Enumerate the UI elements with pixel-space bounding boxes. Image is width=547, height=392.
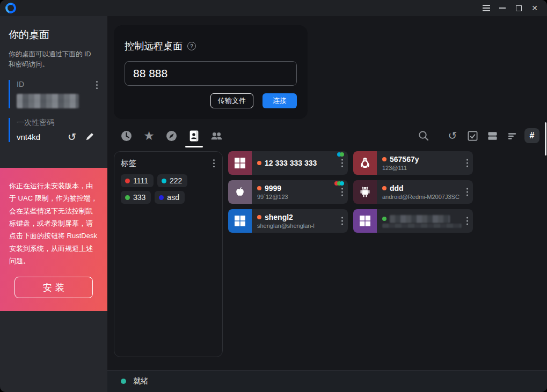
refresh-password-icon[interactable]: ↺ — [68, 132, 76, 142]
scrollbar-thumb[interactable] — [545, 122, 546, 156]
id-menu-button[interactable] — [95, 80, 99, 90]
peer-card[interactable]: ddd android@Redmi-M2007J3SC — [353, 180, 473, 204]
search-icon — [418, 130, 429, 142]
id-section: ID — [9, 80, 99, 108]
windows-icon — [234, 215, 246, 227]
os-tile — [228, 180, 252, 204]
apple-icon — [233, 185, 247, 199]
tag-label: 1111 — [133, 176, 148, 185]
card-view-button[interactable] — [485, 128, 500, 143]
install-warning-text: 你正在运行未安装版本，由于 UAC 限制，作为被控端，会在某些情况下无法控制鼠标… — [9, 180, 98, 268]
peer-tag-dots — [336, 181, 344, 186]
minimize-button[interactable] — [494, 0, 510, 16]
online-status-dot — [382, 217, 386, 221]
tag-color-dot — [125, 195, 130, 200]
tags-panel: 标签 1111 222 3 — [114, 151, 223, 357]
tab-address-book[interactable] — [186, 127, 202, 144]
grid-view-icon: # — [530, 131, 535, 140]
os-tile — [353, 151, 377, 175]
peer-card[interactable]: 567567y 123@111 — [353, 151, 473, 175]
windows-icon — [359, 215, 371, 227]
tag-222[interactable]: 222 — [157, 174, 187, 187]
connect-button[interactable]: 连接 — [262, 93, 297, 108]
refresh-button[interactable]: ↺ — [445, 128, 460, 143]
status-bar: 就绪 — [107, 370, 547, 392]
tag-1111[interactable]: 1111 — [121, 174, 154, 187]
install-button[interactable]: 安装 — [14, 277, 93, 298]
peer-card[interactable]: shengl2 shenglan@shenglan-l — [228, 209, 348, 233]
peer-menu-button[interactable] — [340, 158, 344, 168]
tag-color-dot — [159, 195, 164, 200]
maximize-icon — [516, 5, 522, 11]
toolbar-actions: ↺ — [416, 128, 539, 143]
id-value-redacted — [17, 94, 79, 108]
titlebar: ✕ — [0, 0, 547, 16]
peer-grid: 12 333 333 333 — [228, 151, 473, 370]
os-tile — [353, 209, 377, 233]
remote-id-input[interactable] — [125, 61, 297, 86]
grid-view-button[interactable]: # — [524, 128, 539, 143]
peer-card[interactable] — [353, 209, 473, 233]
tags-menu-button[interactable] — [212, 158, 216, 168]
refresh-icon: ↺ — [448, 130, 457, 141]
checkbox-icon — [467, 130, 478, 142]
tags-title: 标签 — [121, 158, 136, 168]
connection-status-text: 就绪 — [133, 376, 148, 386]
peer-name: ddd — [390, 184, 404, 193]
peer-menu-button[interactable] — [340, 216, 344, 226]
peer-username: shenglan@shenglan-l — [257, 223, 315, 229]
online-status-dot — [257, 186, 261, 190]
search-button[interactable] — [416, 128, 431, 143]
help-icon[interactable]: ? — [187, 42, 196, 50]
peer-username: 123@111 — [382, 165, 419, 171]
peer-card[interactable]: 12 333 333 333 — [228, 151, 348, 175]
online-status-dot — [382, 157, 386, 161]
windows-icon — [234, 157, 246, 169]
menu-button[interactable] — [478, 0, 494, 16]
tag-label: asd — [167, 193, 179, 202]
id-label: ID — [17, 80, 99, 88]
os-tile — [353, 180, 377, 204]
linux-icon — [358, 156, 372, 170]
rustdesk-window: ✕ 你的桌面 你的桌面可以通过下面的 ID 和密码访问。 ID 一次性密码 vn… — [0, 0, 547, 392]
peer-menu-button[interactable] — [340, 187, 344, 197]
tab-discovered[interactable] — [164, 127, 179, 144]
your-desktop-title: 你的桌面 — [9, 28, 99, 42]
close-button[interactable]: ✕ — [527, 0, 543, 16]
peer-card[interactable]: 9999 99`12@123 — [228, 180, 348, 204]
tab-recent-sessions[interactable] — [119, 127, 134, 144]
tag-333[interactable]: 333 — [121, 191, 151, 204]
os-tile — [228, 209, 252, 233]
list-view-button[interactable] — [505, 128, 520, 143]
control-remote-desktop-card: 控制远程桌面 ? 传输文件 连接 — [114, 25, 308, 119]
online-status-dot — [257, 215, 261, 219]
tag-asd[interactable]: asd — [155, 191, 185, 204]
peer-tabs: ★ — [119, 127, 224, 144]
star-icon: ★ — [143, 130, 155, 142]
rustdesk-logo-icon — [4, 1, 18, 16]
control-remote-desktop-title: 控制远程桌面 — [125, 40, 183, 53]
peer-menu-button[interactable] — [465, 187, 469, 197]
people-icon — [210, 130, 223, 142]
edit-password-icon[interactable] — [85, 132, 94, 142]
tab-favorites[interactable]: ★ — [141, 127, 157, 144]
select-mode-button[interactable] — [465, 128, 480, 143]
one-time-password-section: 一次性密码 vnt4kd ↺ — [9, 118, 99, 142]
tab-groups[interactable] — [209, 127, 224, 144]
android-icon — [358, 185, 372, 199]
main-area: 控制远程桌面 ? 传输文件 连接 — [107, 16, 547, 392]
tag-color-dot — [162, 179, 166, 183]
your-desktop-description: 你的桌面可以通过下面的 ID 和密码访问。 — [9, 49, 99, 70]
tag-label: 333 — [133, 193, 145, 202]
clock-icon — [120, 130, 133, 142]
tag-color-dot — [125, 179, 130, 183]
transfer-file-button[interactable]: 传输文件 — [210, 93, 253, 108]
online-status-dot — [382, 186, 386, 190]
peer-menu-button[interactable] — [465, 158, 469, 168]
peer-name: 567567y — [390, 155, 419, 164]
peer-username: android@Redmi-M2007J3SC — [382, 194, 460, 200]
maximize-button[interactable] — [510, 0, 527, 16]
peer-menu-button[interactable] — [465, 216, 469, 226]
peer-username: 99`12@123 — [257, 194, 288, 200]
tag-list: 1111 222 333 asd — [121, 174, 216, 204]
